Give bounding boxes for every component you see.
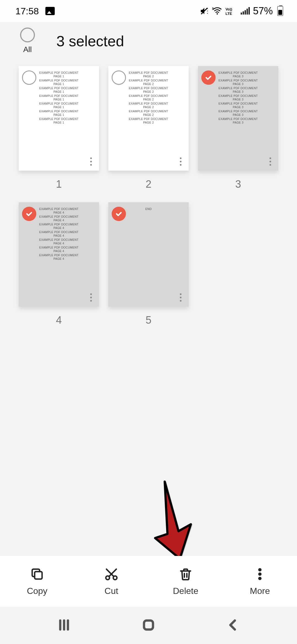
thumbnail-text-line: PAGE 2 (143, 121, 154, 124)
cut-button[interactable]: Cut (74, 556, 148, 607)
thumbnail-text-line: PAGE 3 (233, 75, 244, 78)
thumbnail-text-line: EXAMPLE PDF DOCUMENT (39, 117, 78, 121)
more-vertical-icon (252, 567, 267, 582)
cut-icon (104, 567, 119, 582)
thumbnail-text-line: EXAMPLE PDF DOCUMENT (218, 102, 258, 105)
thumbnail-text-line: PAGE 1 (54, 105, 64, 109)
svg-text:Vo)): Vo)) (226, 7, 232, 11)
selection-checkbox-icon[interactable] (201, 70, 216, 85)
page-card[interactable]: EXAMPLE PDF DOCUMENTPAGE 3EXAMPLE PDF DO… (198, 66, 278, 190)
selection-count-title: 3 selected (56, 32, 124, 50)
selection-checkbox-icon[interactable] (112, 207, 126, 221)
thumbnail-text-line: EXAMPLE PDF DOCUMENT (129, 102, 168, 105)
page-grid: EXAMPLE PDF DOCUMENTPAGE 1EXAMPLE PDF DO… (0, 66, 297, 326)
page-thumbnail[interactable]: END (108, 202, 189, 307)
signal-icon (240, 7, 250, 15)
thumbnail-text-line: EXAMPLE PDF DOCUMENT (218, 79, 258, 82)
thumbnail-more-button[interactable] (174, 154, 187, 169)
thumbnail-text-line: PAGE 3 (233, 98, 244, 101)
select-all-label: All (23, 45, 32, 54)
delete-label: Delete (173, 586, 199, 596)
thumbnail-text-line: EXAMPLE PDF DOCUMENT (129, 79, 168, 82)
thumbnail-text-line: EXAMPLE PDF DOCUMENT (39, 79, 78, 82)
thumbnail-text-line: PAGE 2 (143, 75, 154, 78)
volte-icon: Vo)) LTE (226, 7, 237, 15)
page-thumbnail[interactable]: EXAMPLE PDF DOCUMENTPAGE 2EXAMPLE PDF DO… (108, 66, 189, 171)
thumbnail-text-line: PAGE 1 (54, 82, 64, 86)
selection-header: All 3 selected (0, 22, 297, 66)
recent-apps-icon (56, 617, 72, 633)
thumbnail-text-line: EXAMPLE PDF DOCUMENT (39, 215, 78, 218)
page-number-label: 4 (56, 314, 62, 326)
copy-button[interactable]: Copy (0, 556, 74, 607)
thumbnail-text-line: EXAMPLE PDF DOCUMENT (218, 86, 258, 90)
select-all-checkbox-icon (20, 28, 35, 42)
thumbnail-text-line: EXAMPLE PDF DOCUMENT (129, 110, 168, 113)
thumbnail-text-line: EXAMPLE PDF DOCUMENT (39, 71, 78, 74)
thumbnail-text-line: EXAMPLE PDF DOCUMENT (218, 110, 258, 113)
home-icon (141, 617, 156, 633)
thumbnail-text-line: EXAMPLE PDF DOCUMENT (39, 94, 78, 97)
thumbnail-text-line: EXAMPLE PDF DOCUMENT (218, 94, 258, 97)
thumbnail-text-line: PAGE 2 (143, 90, 154, 93)
annotation-arrow (150, 479, 196, 565)
thumbnail-text-line: PAGE 2 (143, 82, 154, 86)
page-card[interactable]: EXAMPLE PDF DOCUMENTPAGE 4EXAMPLE PDF DO… (19, 202, 99, 326)
status-time: 17:58 (15, 6, 39, 17)
thumbnail-text-line: PAGE 4 (54, 242, 64, 245)
copy-label: Copy (27, 586, 48, 596)
thumbnail-text-line: PAGE 3 (233, 90, 244, 93)
svg-rect-8 (241, 13, 242, 15)
page-thumbnail[interactable]: EXAMPLE PDF DOCUMENTPAGE 3EXAMPLE PDF DO… (198, 66, 278, 171)
navigation-bar (0, 607, 297, 644)
page-card[interactable]: END5 (108, 202, 189, 326)
more-button[interactable]: More (223, 556, 297, 607)
thumbnail-text-line: PAGE 4 (54, 211, 64, 214)
thumbnail-text-line: EXAMPLE PDF DOCUMENT (39, 223, 78, 226)
nav-recent-button[interactable] (56, 617, 72, 634)
page-card[interactable]: EXAMPLE PDF DOCUMENTPAGE 2EXAMPLE PDF DO… (108, 66, 189, 190)
svg-rect-10 (245, 10, 246, 15)
thumbnail-text-line: PAGE 2 (143, 113, 154, 116)
thumbnail-text-line: EXAMPLE PDF DOCUMENT (39, 238, 78, 241)
thumbnail-text-line: EXAMPLE PDF DOCUMENT (39, 253, 78, 257)
page-card[interactable]: EXAMPLE PDF DOCUMENTPAGE 1EXAMPLE PDF DO… (19, 66, 99, 190)
thumbnail-text-line: PAGE 1 (54, 113, 64, 116)
nav-home-button[interactable] (141, 617, 156, 634)
page-thumbnail[interactable]: EXAMPLE PDF DOCUMENTPAGE 1EXAMPLE PDF DO… (19, 66, 99, 171)
status-left: 17:58 (15, 6, 55, 17)
svg-rect-12 (249, 7, 250, 15)
thumbnail-more-button[interactable] (174, 290, 187, 305)
thumbnail-text-line: EXAMPLE PDF DOCUMENT (129, 117, 168, 121)
svg-rect-26 (144, 620, 153, 629)
thumbnail-text-line: EXAMPLE PDF DOCUMENT (129, 71, 168, 74)
thumbnail-text-line: EXAMPLE PDF DOCUMENT (39, 246, 78, 249)
thumbnail-more-button[interactable] (264, 154, 277, 169)
svg-point-22 (259, 577, 261, 579)
page-number-label: 2 (145, 178, 151, 190)
nav-back-button[interactable] (225, 617, 241, 634)
selection-checkbox-icon[interactable] (22, 207, 36, 221)
back-icon (225, 617, 241, 633)
mute-icon (200, 6, 209, 16)
svg-rect-11 (247, 9, 248, 15)
thumbnail-text-line: EXAMPLE PDF DOCUMENT (129, 86, 168, 90)
selection-checkbox-icon[interactable] (112, 70, 126, 85)
thumbnail-more-button[interactable] (85, 154, 97, 169)
thumbnail-text-line: PAGE 3 (233, 82, 244, 86)
thumbnail-text-line: END (145, 207, 152, 211)
image-notification-icon (45, 7, 55, 15)
select-all-button[interactable]: All (15, 28, 40, 54)
thumbnail-more-button[interactable] (85, 290, 97, 305)
selection-checkbox-icon[interactable] (22, 70, 36, 85)
page-number-label: 3 (235, 178, 241, 190)
thumbnail-text-line: PAGE 4 (54, 226, 64, 230)
thumbnail-text-line: PAGE 3 (233, 121, 244, 124)
thumbnail-text-line: PAGE 4 (54, 257, 64, 260)
status-bar: 17:58 6 Vo)) LTE 57% (0, 0, 297, 22)
action-bar: Copy Cut Delete More (0, 556, 297, 607)
thumbnail-text-line: EXAMPLE PDF DOCUMENT (218, 117, 258, 121)
battery-percent: 57% (253, 5, 273, 17)
page-thumbnail[interactable]: EXAMPLE PDF DOCUMENTPAGE 4EXAMPLE PDF DO… (19, 202, 99, 307)
delete-button[interactable]: Delete (148, 556, 223, 607)
